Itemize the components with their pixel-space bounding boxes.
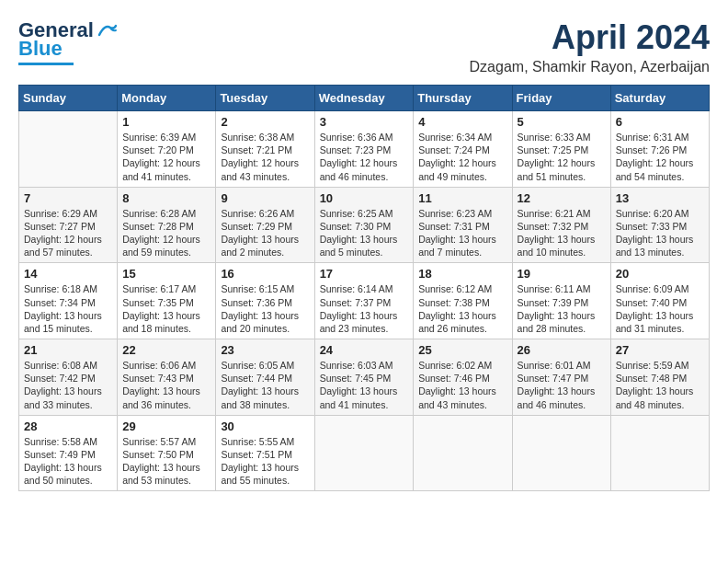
calendar-cell: 12Sunrise: 6:21 AMSunset: 7:32 PMDayligh… [512,187,610,263]
day-number: 29 [122,419,210,433]
day-info: Sunrise: 6:39 AMSunset: 7:20 PMDaylight:… [122,131,210,183]
calendar-cell [610,415,709,491]
day-info: Sunrise: 6:17 AMSunset: 7:35 PMDaylight:… [122,282,210,335]
day-info: Sunrise: 6:01 AMSunset: 7:47 PMDaylight:… [518,359,606,411]
calendar-cell: 29Sunrise: 5:57 AMSunset: 7:50 PMDayligh… [118,415,216,491]
calendar-cell: 16Sunrise: 6:15 AMSunset: 7:36 PMDayligh… [216,263,314,339]
calendar-cell: 2Sunrise: 6:38 AMSunset: 7:21 PMDaylight… [216,111,314,188]
calendar-cell [414,415,512,491]
day-number: 11 [418,191,506,205]
calendar-cell: 13Sunrise: 6:20 AMSunset: 7:33 PMDayligh… [610,187,709,263]
calendar-cell: 23Sunrise: 6:05 AMSunset: 7:44 PMDayligh… [216,339,314,416]
calendar-cell: 17Sunrise: 6:14 AMSunset: 7:37 PMDayligh… [314,263,414,339]
calendar-cell: 6Sunrise: 6:31 AMSunset: 7:26 PMDaylight… [610,111,709,188]
day-number: 23 [221,343,309,357]
logo-underline [18,63,74,65]
logo: General Blue [18,18,118,65]
day-number: 16 [221,267,309,281]
calendar-cell: 27Sunrise: 5:59 AMSunset: 7:48 PMDayligh… [610,339,709,416]
day-info: Sunrise: 6:18 AMSunset: 7:34 PMDaylight:… [24,282,112,335]
col-header-wednesday: Wednesday [314,86,414,111]
day-info: Sunrise: 6:12 AMSunset: 7:38 PMDaylight:… [418,282,506,335]
calendar-cell: 8Sunrise: 6:28 AMSunset: 7:28 PMDaylight… [118,187,216,263]
day-info: Sunrise: 5:59 AMSunset: 7:48 PMDaylight:… [616,359,704,411]
calendar-cell: 20Sunrise: 6:09 AMSunset: 7:40 PMDayligh… [610,263,709,339]
day-info: Sunrise: 6:06 AMSunset: 7:43 PMDaylight:… [122,359,210,411]
day-info: Sunrise: 6:03 AMSunset: 7:45 PMDaylight:… [320,359,409,411]
calendar-cell: 25Sunrise: 6:02 AMSunset: 7:46 PMDayligh… [414,339,512,416]
calendar-cell [314,415,414,491]
day-number: 20 [616,267,704,281]
day-number: 4 [418,115,506,129]
title-block: April 2024 Dzagam, Shamkir Rayon, Azerba… [470,18,710,75]
day-info: Sunrise: 6:38 AMSunset: 7:21 PMDaylight:… [221,131,309,183]
day-info: Sunrise: 6:26 AMSunset: 7:29 PMDaylight:… [221,207,309,259]
day-number: 18 [418,267,506,281]
calendar-cell: 15Sunrise: 6:17 AMSunset: 7:35 PMDayligh… [118,263,216,339]
day-number: 8 [122,191,210,205]
col-header-friday: Friday [512,86,610,111]
day-number: 24 [320,343,409,357]
day-info: Sunrise: 5:58 AMSunset: 7:49 PMDaylight:… [24,435,112,488]
header: General Blue April 2024 Dzagam, Shamkir … [18,18,710,75]
day-number: 22 [122,343,210,357]
calendar-cell: 10Sunrise: 6:25 AMSunset: 7:30 PMDayligh… [314,187,414,263]
day-info: Sunrise: 5:55 AMSunset: 7:51 PMDaylight:… [221,435,309,488]
page: General Blue April 2024 Dzagam, Shamkir … [0,0,728,510]
col-header-tuesday: Tuesday [216,86,314,111]
calendar-cell [19,111,118,188]
day-number: 3 [320,115,409,129]
day-info: Sunrise: 6:28 AMSunset: 7:28 PMDaylight:… [122,207,210,259]
day-number: 25 [418,343,506,357]
calendar-cell: 5Sunrise: 6:33 AMSunset: 7:25 PMDaylight… [512,111,610,188]
day-number: 10 [320,191,409,205]
calendar-cell: 4Sunrise: 6:34 AMSunset: 7:24 PMDaylight… [414,111,512,188]
day-number: 30 [221,419,309,433]
day-number: 14 [24,267,112,281]
calendar-cell: 22Sunrise: 6:06 AMSunset: 7:43 PMDayligh… [118,339,216,416]
col-header-sunday: Sunday [19,86,118,111]
day-info: Sunrise: 6:08 AMSunset: 7:42 PMDaylight:… [24,359,112,411]
logo-blue: Blue [18,37,63,61]
day-info: Sunrise: 6:25 AMSunset: 7:30 PMDaylight:… [320,207,409,259]
calendar-cell [512,415,610,491]
day-number: 7 [24,191,112,205]
day-info: Sunrise: 6:34 AMSunset: 7:24 PMDaylight:… [418,131,506,183]
day-number: 27 [616,343,704,357]
day-number: 13 [616,191,704,205]
col-header-thursday: Thursday [414,86,512,111]
month-title: April 2024 [470,18,710,57]
day-info: Sunrise: 6:33 AMSunset: 7:25 PMDaylight:… [518,131,606,183]
day-number: 21 [24,343,112,357]
calendar-cell: 7Sunrise: 6:29 AMSunset: 7:27 PMDaylight… [19,187,118,263]
day-number: 19 [518,267,606,281]
calendar-cell: 28Sunrise: 5:58 AMSunset: 7:49 PMDayligh… [19,415,118,491]
calendar-cell: 9Sunrise: 6:26 AMSunset: 7:29 PMDaylight… [216,187,314,263]
calendar-cell: 11Sunrise: 6:23 AMSunset: 7:31 PMDayligh… [414,187,512,263]
day-info: Sunrise: 6:09 AMSunset: 7:40 PMDaylight:… [616,282,704,335]
day-number: 9 [221,191,309,205]
day-info: Sunrise: 6:11 AMSunset: 7:39 PMDaylight:… [518,282,606,335]
day-number: 1 [122,115,210,129]
day-number: 28 [24,419,112,433]
day-info: Sunrise: 6:20 AMSunset: 7:33 PMDaylight:… [616,207,704,259]
day-info: Sunrise: 6:21 AMSunset: 7:32 PMDaylight:… [518,207,606,259]
day-number: 17 [320,267,409,281]
day-number: 6 [616,115,704,129]
logo-bird-icon [97,22,118,39]
calendar-cell: 30Sunrise: 5:55 AMSunset: 7:51 PMDayligh… [216,415,314,491]
calendar-table: SundayMondayTuesdayWednesdayThursdayFrid… [18,85,710,491]
calendar-cell: 18Sunrise: 6:12 AMSunset: 7:38 PMDayligh… [414,263,512,339]
calendar-cell: 26Sunrise: 6:01 AMSunset: 7:47 PMDayligh… [512,339,610,416]
day-info: Sunrise: 5:57 AMSunset: 7:50 PMDaylight:… [122,435,210,488]
day-info: Sunrise: 6:05 AMSunset: 7:44 PMDaylight:… [221,359,309,411]
calendar-cell: 3Sunrise: 6:36 AMSunset: 7:23 PMDaylight… [314,111,414,188]
day-info: Sunrise: 6:02 AMSunset: 7:46 PMDaylight:… [418,359,506,411]
day-number: 12 [518,191,606,205]
day-info: Sunrise: 6:23 AMSunset: 7:31 PMDaylight:… [418,207,506,259]
day-info: Sunrise: 6:36 AMSunset: 7:23 PMDaylight:… [320,131,409,183]
calendar-cell: 19Sunrise: 6:11 AMSunset: 7:39 PMDayligh… [512,263,610,339]
col-header-monday: Monday [118,86,216,111]
day-number: 26 [518,343,606,357]
calendar-cell: 24Sunrise: 6:03 AMSunset: 7:45 PMDayligh… [314,339,414,416]
